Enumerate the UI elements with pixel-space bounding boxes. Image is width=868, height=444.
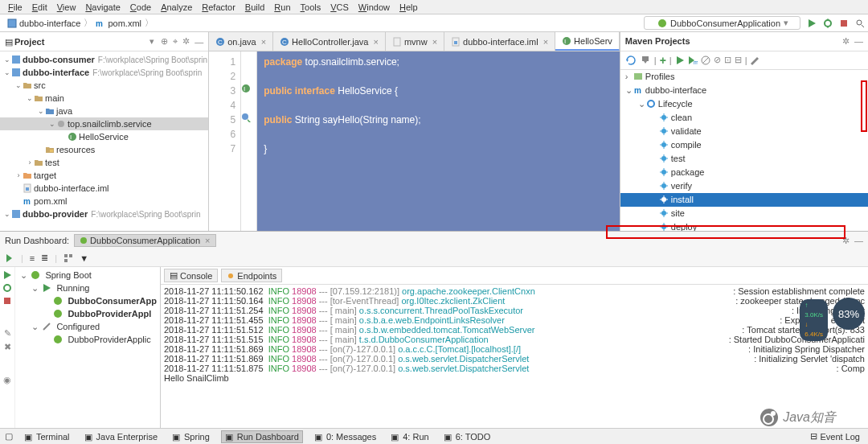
stop-icon[interactable]	[2, 296, 12, 306]
edit-icon[interactable]: ✎	[4, 328, 11, 339]
menu-navigate[interactable]: Navigate	[80, 2, 125, 12]
run-icon[interactable]	[2, 270, 12, 280]
hide-icon[interactable]: —	[854, 236, 863, 245]
expand-icon[interactable]: ≡	[30, 253, 35, 263]
debug-icon[interactable]	[823, 18, 833, 28]
dropdown-icon[interactable]: ▾	[149, 36, 154, 47]
delete-icon[interactable]: ✖	[4, 342, 11, 352]
menu-tools[interactable]: Tools	[296, 2, 326, 12]
project-row-dubbo-provider[interactable]: ⌄dubbo-providerF:\workplace\Spring Boot\…	[0, 208, 208, 220]
status-indicator[interactable]: ▢	[5, 431, 13, 442]
hide-icon[interactable]: —	[854, 36, 863, 46]
dash-running[interactable]: ⌄Running	[17, 282, 158, 294]
maven-validate[interactable]: validate	[620, 125, 868, 138]
close-icon[interactable]: ×	[205, 236, 210, 245]
menu-edit[interactable]: Edit	[27, 2, 52, 12]
status-6--todo[interactable]: ▣6: TODO	[440, 431, 494, 442]
project-row-top-snailclimb-service[interactable]: ⌄top.snailclimb.service	[0, 117, 208, 130]
maven-profiles[interactable]: ›Profiles	[620, 70, 868, 84]
search-icon[interactable]	[855, 18, 865, 28]
run-maven-icon[interactable]: m	[688, 56, 698, 65]
collapse-icon[interactable]: ⊟	[735, 55, 742, 65]
tab-on-java[interactable]: Con.java×	[209, 32, 273, 51]
stop-icon[interactable]	[839, 18, 849, 28]
collapse-icon[interactable]: ≣	[41, 253, 48, 263]
dashboard-tab[interactable]: DubboConsumerApplication ×	[74, 234, 215, 247]
collapse-icon[interactable]: ⊕	[161, 36, 168, 47]
gear-icon[interactable]: ✲	[842, 236, 850, 246]
maven-install[interactable]: install	[620, 193, 868, 207]
dashboard-tree[interactable]: ⌄Spring Boot⌄RunningDubboConsumerAppDubb…	[15, 267, 160, 428]
menu-vcs[interactable]: VCS	[326, 2, 354, 12]
close-icon[interactable]: ×	[374, 37, 379, 47]
group-icon[interactable]	[63, 253, 73, 263]
console-tab[interactable]: ▤ Console	[164, 269, 218, 282]
close-icon[interactable]: ×	[261, 37, 266, 47]
status-run-dashboard[interactable]: ▣Run Dashboard	[221, 430, 303, 443]
run-icon[interactable]	[675, 56, 685, 65]
project-row-test[interactable]: ›test	[0, 156, 208, 169]
dash-dubboconsumerapp[interactable]: DubboConsumerApp	[17, 294, 158, 307]
breadcrumb-file[interactable]: m pom.xml	[93, 18, 144, 28]
maven-clean[interactable]: clean	[620, 111, 868, 125]
menu-window[interactable]: Window	[354, 2, 395, 12]
run-config-select[interactable]: DubboConsumerApplication ▾	[644, 16, 800, 30]
project-row-helloservice[interactable]: IHelloService	[0, 130, 208, 143]
status-terminal[interactable]: ▣Terminal	[21, 431, 73, 442]
maven-compile[interactable]: compile	[620, 138, 868, 152]
debug-icon[interactable]	[2, 283, 12, 293]
code-editor[interactable]: package top.snailclimb.service; public i…	[257, 51, 620, 231]
project-row-resources[interactable]: resources	[0, 143, 208, 156]
maven-test[interactable]: test	[620, 152, 868, 166]
menu-help[interactable]: Help	[395, 2, 423, 12]
menu-refactor[interactable]: Refactor	[197, 2, 240, 12]
skip-tests-icon[interactable]	[701, 56, 710, 65]
status-java-enterprise[interactable]: ▣Java Enterprise	[81, 431, 161, 442]
menu-code[interactable]: Code	[125, 2, 156, 12]
wrench-icon[interactable]	[751, 56, 760, 65]
dash-spring-boot[interactable]: ⌄Spring Boot	[17, 269, 158, 282]
maven-deploy[interactable]: deploy	[620, 220, 868, 231]
rerun-icon[interactable]	[5, 253, 14, 263]
maven-package[interactable]: package	[620, 166, 868, 179]
project-row-main[interactable]: ⌄main	[0, 92, 208, 105]
run-icon[interactable]	[807, 18, 817, 28]
event-log[interactable]: ⊟ Event Log	[807, 430, 863, 442]
gear-icon[interactable]: ✲	[842, 36, 850, 47]
endpoints-tab[interactable]: Endpoints	[221, 269, 282, 282]
menu-view[interactable]: View	[52, 2, 81, 12]
maven-tree[interactable]: ›Profiles⌄mdubbo-interface⌄Lifecycleclea…	[620, 70, 868, 231]
add-icon[interactable]: +	[660, 54, 666, 67]
dash-dubboproviderapplic[interactable]: DubboProviderApplic	[17, 333, 158, 346]
locate-icon[interactable]: ⌖	[173, 36, 178, 47]
menu-file[interactable]: File	[3, 2, 27, 12]
console-output[interactable]: 2018-11-27 11:11:50.162 INFO 18908 --- […	[161, 285, 868, 428]
close-icon[interactable]: ×	[543, 37, 548, 47]
refresh-icon[interactable]	[625, 55, 637, 66]
offline-icon[interactable]: ⊘	[714, 55, 721, 65]
project-row-target[interactable]: ›target	[0, 169, 208, 182]
camera-icon[interactable]: ◉	[3, 375, 11, 385]
download-icon[interactable]	[640, 55, 651, 66]
filter-icon[interactable]: ▼	[80, 253, 88, 263]
project-row-pom-xml[interactable]: mpom.xml	[0, 195, 208, 208]
project-tree[interactable]: ⌄dubbo-consumerF:\workplace\Spring Boot\…	[0, 51, 208, 222]
tab-hellocontroller-java[interactable]: CHelloController.java×	[273, 32, 386, 51]
menu-analyze[interactable]: Analyze	[156, 2, 197, 12]
hide-icon[interactable]: —	[194, 37, 203, 47]
tab-dubbo-interface-iml[interactable]: dubbo-interface.iml×	[444, 32, 555, 51]
status-spring[interactable]: ▣Spring	[169, 431, 213, 442]
project-row-java[interactable]: ⌄java	[0, 105, 208, 117]
maven-lifecycle[interactable]: ⌄Lifecycle	[620, 97, 868, 111]
close-icon[interactable]: ×	[432, 37, 437, 47]
project-row-dubbo-interface-iml[interactable]: dubbo-interface.iml	[0, 182, 208, 195]
status-0--messages[interactable]: ▣0: Messages	[311, 431, 379, 442]
project-row-dubbo-consumer[interactable]: ⌄dubbo-consumerF:\workplace\Spring Boot\…	[0, 53, 208, 66]
gear-icon[interactable]: ✲	[182, 36, 190, 47]
tab-mvnw[interactable]: mvnw×	[386, 32, 444, 51]
status-4--run[interactable]: ▣4: Run	[387, 431, 432, 442]
project-row-dubbo-interface[interactable]: ⌄dubbo-interfaceF:\workplace\Spring Boot…	[0, 66, 208, 79]
menu-run[interactable]: Run	[269, 2, 295, 12]
dash-configured[interactable]: ⌄Configured	[17, 320, 158, 333]
breadcrumb-module[interactable]: dubbo-interface	[5, 18, 83, 28]
